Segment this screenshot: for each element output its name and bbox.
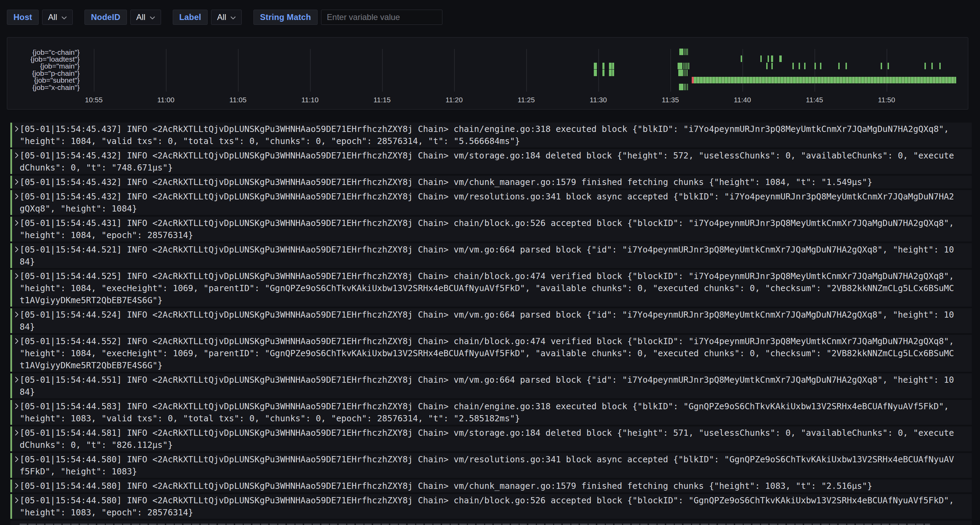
x-gridline: [238, 49, 239, 92]
angle-right-icon[interactable]: [14, 402, 19, 411]
x-gridline: [94, 49, 94, 92]
angle-right-icon[interactable]: [14, 311, 19, 320]
x-axis-tick-label: 11:05: [229, 96, 247, 104]
log-line-text: [05-01|15:54:44.525] INFO <2AcRkXTLLtQjv…: [20, 270, 956, 306]
label-variable-dropdown[interactable]: All: [211, 10, 242, 25]
angle-right-icon[interactable]: [14, 482, 19, 491]
log-row[interactable]: [05-01|15:54:44.552] INFO <2AcRkXTLLtQjv…: [10, 335, 972, 372]
chevron-down-icon[interactable]: [61, 16, 67, 20]
log-level-bar: [10, 427, 12, 451]
log-row[interactable]: [05-01|15:54:44.551] INFO <2AcRkXTLLtQjv…: [10, 373, 972, 398]
string-match-variable-label: String Match: [253, 10, 318, 25]
log-level-bar: [10, 494, 12, 519]
log-row[interactable]: [05-01|15:54:45.431] INFO <2AcRkXTLLtQjv…: [10, 217, 972, 241]
angle-right-icon[interactable]: [14, 429, 19, 438]
angle-right-icon[interactable]: [14, 272, 19, 281]
log-row[interactable]: [05-01|15:54:44.581] INFO <2AcRkXTLLtQjv…: [10, 427, 972, 451]
timeline-activity-bar: [771, 56, 773, 62]
log-line-text: [05-01|15:54:44.551] INFO <2AcRkXTLLtQjv…: [20, 374, 956, 398]
log-line-text: [05-01|15:54:44.524] INFO <2AcRkXTLLtQjv…: [20, 309, 956, 333]
timeline-activity-bar: [602, 70, 605, 76]
timeline-activity-bar: [799, 63, 800, 69]
angle-right-icon[interactable]: [14, 219, 19, 228]
x-gridline: [526, 49, 527, 92]
x-gridline: [598, 49, 599, 92]
log-row[interactable]: [05-01|15:54:44.525] INFO <2AcRkXTLLtQjv…: [10, 270, 972, 306]
timeline-series-label: {job="loadtest"}: [7, 55, 80, 62]
x-gridline: [382, 49, 383, 92]
log-row-partial[interactable]: [10, 520, 972, 525]
timeline-activity-bar: [683, 63, 684, 69]
timeline-activity-bar: [939, 63, 941, 69]
angle-right-icon[interactable]: [14, 376, 19, 385]
log-level-bar: [10, 149, 12, 174]
angle-right-icon[interactable]: [14, 125, 19, 134]
chevron-down-icon[interactable]: [150, 16, 155, 20]
angle-right-icon[interactable]: [14, 246, 19, 255]
log-row[interactable]: [05-01|15:54:45.432] INFO <2AcRkXTLLtQjv…: [10, 149, 972, 174]
timeline-series-label: {job="p-chain"}: [7, 69, 80, 76]
timeline-activity-bar: [678, 63, 682, 69]
logs-panel: [05-01|15:54:45.437] INFO <2AcRkXTLLtQjv…: [10, 123, 972, 525]
timeline-activity-bar: [687, 63, 688, 69]
chevron-down-icon[interactable]: [230, 16, 236, 20]
x-gridline: [670, 49, 671, 92]
log-level-bar: [10, 308, 12, 333]
x-gridline: [454, 49, 455, 92]
log-row[interactable]: [05-01|15:54:44.580] INFO <2AcRkXTLLtQjv…: [10, 494, 972, 519]
timeline-activity-bar: [815, 63, 816, 69]
log-row[interactable]: [05-01|15:54:45.437] INFO <2AcRkXTLLtQjv…: [10, 123, 972, 148]
timeline-activity-bar: [609, 70, 612, 76]
timeline-series-label: {job="c-chain"}: [7, 48, 80, 56]
log-line-text: [05-01|15:54:44.580] INFO <2AcRkXTLLtQjv…: [20, 494, 956, 519]
timeline-activity-bar: [679, 49, 684, 55]
variable-string-match: String Match: [253, 10, 442, 25]
angle-right-icon[interactable]: [14, 455, 19, 465]
label-variable-value: All: [217, 13, 226, 22]
timeline-activity-bar: [686, 63, 687, 69]
timeline-activity-bar: [612, 70, 614, 76]
angle-right-icon[interactable]: [14, 152, 19, 160]
angle-right-icon[interactable]: [14, 337, 19, 346]
log-row[interactable]: [05-01|15:54:45.432] INFO <2AcRkXTLLtQjv…: [10, 176, 972, 189]
log-row[interactable]: [05-01|15:54:44.524] INFO <2AcRkXTLLtQjv…: [10, 308, 972, 333]
nodeid-variable-dropdown[interactable]: All: [130, 10, 161, 25]
log-line-text: [05-01|15:54:44.580] INFO <2AcRkXTLLtQjv…: [20, 480, 956, 492]
log-row[interactable]: [05-01|15:54:44.580] INFO <2AcRkXTLLtQjv…: [10, 453, 972, 478]
timeline-activity-bar: [686, 49, 687, 55]
log-row[interactable]: [05-01|15:54:44.580] INFO <2AcRkXTLLtQjv…: [10, 479, 972, 492]
timeline-activity-bar: [686, 84, 686, 90]
angle-right-icon[interactable]: [14, 496, 19, 505]
x-gridline: [742, 49, 743, 92]
host-variable-dropdown[interactable]: All: [42, 10, 73, 25]
angle-right-icon[interactable]: [14, 193, 19, 201]
timeline-activity-bar: [686, 70, 686, 76]
x-axis-tick-label: 10:55: [85, 96, 102, 104]
nodeid-variable-label: NodeID: [84, 10, 127, 25]
host-variable-value: All: [48, 13, 57, 22]
timeline-activity-bar: [687, 70, 687, 76]
log-row[interactable]: [05-01|15:54:45.432] INFO <2AcRkXTLLtQjv…: [10, 190, 972, 215]
timeline-activity-bar: [678, 70, 683, 76]
log-volume-timeline-panel: 10:5511:0011:0511:1011:1511:2011:2511:30…: [7, 37, 968, 109]
timeline-activity-bar: [679, 84, 683, 90]
log-line-text: [05-01|15:54:44.581] INFO <2AcRkXTLLtQjv…: [20, 427, 956, 451]
timeline-activity-bar: [881, 63, 882, 69]
timeline-series-label: {job="x-chain"}: [7, 83, 80, 90]
variable-nodeid: NodeID All: [84, 10, 161, 25]
timeline-activity-bar: [846, 63, 847, 69]
x-axis-tick-label: 11:25: [518, 96, 535, 104]
log-level-bar: [10, 123, 12, 148]
timeline-series-label: {job="main"}: [7, 62, 80, 70]
timeline-activity-bar: [924, 63, 926, 69]
string-match-input[interactable]: [321, 10, 442, 25]
timeline-activity-bar: [888, 63, 889, 69]
log-level-bar: [10, 217, 12, 241]
angle-right-icon[interactable]: [14, 178, 19, 187]
log-line-text: [05-01|15:54:44.521] INFO <2AcRkXTLLtQjv…: [20, 244, 956, 268]
x-axis-tick-label: 11:30: [590, 96, 607, 104]
label-variable-label: Label: [173, 10, 208, 25]
log-level-bar: [10, 479, 12, 492]
log-row[interactable]: [05-01|15:54:44.521] INFO <2AcRkXTLLtQjv…: [10, 243, 972, 268]
log-row[interactable]: [05-01|15:54:44.583] INFO <2AcRkXTLLtQjv…: [10, 400, 972, 425]
